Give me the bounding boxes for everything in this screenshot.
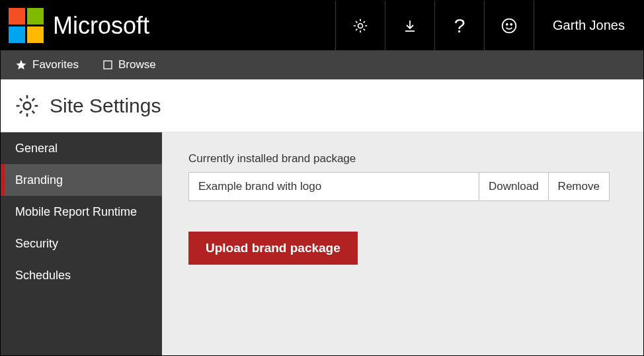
feedback-button[interactable] xyxy=(484,1,534,50)
svg-rect-4 xyxy=(104,61,112,69)
microsoft-logo-icon xyxy=(9,8,44,43)
brand-name: Microsoft xyxy=(53,12,149,40)
gear-icon xyxy=(352,17,369,34)
browse-button[interactable]: Browse xyxy=(91,50,168,79)
user-menu[interactable]: Garth Jones xyxy=(534,1,643,50)
svg-point-0 xyxy=(358,23,363,28)
sidebar-item-mobile-report-runtime[interactable]: Mobile Report Runtime xyxy=(1,196,162,228)
star-icon xyxy=(15,59,27,71)
brand-package-name: Example brand with logo xyxy=(188,172,479,201)
sidebar-item-label: General xyxy=(15,142,58,156)
settings-button[interactable] xyxy=(335,1,385,50)
favorites-button[interactable]: Favorites xyxy=(1,50,91,79)
smiley-icon xyxy=(501,17,518,34)
page-title-bar: Site Settings xyxy=(1,79,643,132)
favorites-label: Favorites xyxy=(32,58,79,71)
download-icon xyxy=(402,18,418,34)
browse-label: Browse xyxy=(118,58,156,71)
svg-point-3 xyxy=(510,23,512,24)
sidebar-item-general[interactable]: General xyxy=(1,132,162,164)
download-brand-button[interactable]: Download xyxy=(479,172,549,201)
page-title: Site Settings xyxy=(50,95,161,117)
remove-brand-button[interactable]: Remove xyxy=(549,172,610,201)
sidebar-item-security[interactable]: Security xyxy=(1,228,162,259)
sidebar-item-schedules[interactable]: Schedules xyxy=(1,259,162,291)
gear-icon xyxy=(14,93,40,119)
sidebar-item-branding[interactable]: Branding xyxy=(1,164,162,196)
question-icon: ? xyxy=(454,15,465,37)
browse-icon xyxy=(102,60,113,70)
sidebar-item-label: Schedules xyxy=(15,269,71,283)
upload-brand-button[interactable]: Upload brand package xyxy=(188,232,358,265)
user-name: Garth Jones xyxy=(553,18,625,33)
svg-point-2 xyxy=(506,23,508,24)
help-button[interactable]: ? xyxy=(434,1,484,50)
sidebar-item-label: Security xyxy=(15,237,58,251)
sidebar-item-label: Branding xyxy=(15,173,63,187)
download-button[interactable] xyxy=(385,1,434,50)
sidebar-item-label: Mobile Report Runtime xyxy=(15,205,137,219)
svg-point-1 xyxy=(503,19,516,32)
brand-package-label: Currently installed brand package xyxy=(188,152,617,165)
sidebar: General Branding Mobile Report Runtime S… xyxy=(1,132,162,355)
toolbar: Favorites Browse xyxy=(1,50,643,79)
svg-point-5 xyxy=(24,102,31,109)
top-bar: Microsoft ? Garth Jones xyxy=(1,1,643,50)
main-content: Currently installed brand package Exampl… xyxy=(162,132,643,355)
